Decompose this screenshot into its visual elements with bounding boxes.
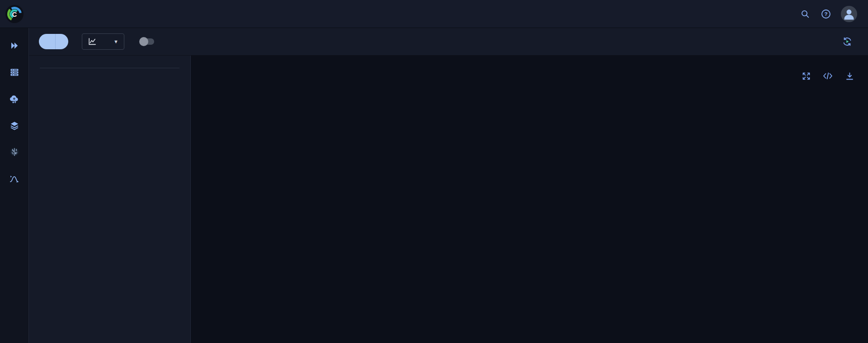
line-chart-icon xyxy=(88,37,97,46)
download-icon[interactable] xyxy=(844,71,854,81)
projects-icon xyxy=(9,40,20,51)
coordinates-panel xyxy=(29,56,191,343)
chevron-down-icon: ▼ xyxy=(113,39,118,44)
tasks-pill-divider xyxy=(55,34,56,49)
svg-text:C: C xyxy=(12,10,17,18)
datasets-icon xyxy=(9,120,20,131)
side-navigation-rail xyxy=(0,28,29,343)
hide-identical-toggle[interactable] xyxy=(141,38,154,45)
coordinates-panel-title xyxy=(40,62,179,68)
queues-icon xyxy=(9,67,20,78)
clearml-logo-icon: C xyxy=(5,5,24,23)
user-avatar[interactable] xyxy=(841,6,857,22)
brain-icon xyxy=(9,146,20,158)
maximize-icon[interactable] xyxy=(801,71,811,81)
plot-actions xyxy=(801,71,854,81)
search-icon[interactable] xyxy=(799,8,811,20)
svg-text:?: ? xyxy=(824,11,827,17)
embed-code-icon[interactable] xyxy=(823,71,833,81)
profile-icon xyxy=(841,6,857,22)
nav-models[interactable] xyxy=(5,143,24,162)
compare-tasks-app: C ? xyxy=(0,0,868,343)
nav-projects[interactable] xyxy=(5,36,24,55)
parallel-coordinates-chart xyxy=(191,56,868,343)
tasks-selector xyxy=(39,34,68,49)
refresh-icon xyxy=(841,36,853,47)
nav-datasets[interactable] xyxy=(5,116,24,135)
chart-panel xyxy=(191,56,868,343)
nav-workers[interactable] xyxy=(5,89,24,108)
workers-icon xyxy=(9,94,20,105)
help-icon[interactable]: ? xyxy=(820,8,832,20)
pipelines-icon xyxy=(9,174,20,185)
top-header: C ? xyxy=(0,0,868,28)
hide-identical-toggle-group xyxy=(141,38,160,45)
toggle-knob xyxy=(139,37,148,46)
nav-queues[interactable] xyxy=(5,63,24,82)
header-actions: ? xyxy=(799,0,857,28)
clearml-logo[interactable]: C xyxy=(0,5,29,23)
nav-pipelines[interactable] xyxy=(5,169,24,188)
compare-toolbar: ▼ xyxy=(29,28,868,56)
auto-refresh-button[interactable] xyxy=(840,34,854,49)
view-type-dropdown[interactable]: ▼ xyxy=(82,33,124,50)
